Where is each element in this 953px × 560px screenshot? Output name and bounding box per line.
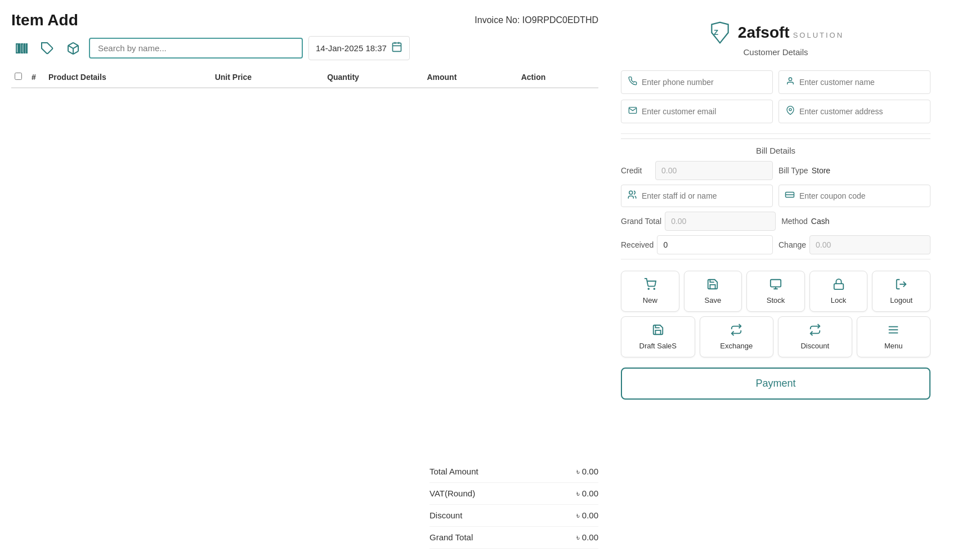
stock-label: Stock: [767, 296, 785, 304]
draft-sales-button[interactable]: Draft SaleS: [621, 316, 695, 357]
received-label: Received: [621, 240, 654, 249]
exchange-icon: [730, 324, 742, 339]
bill-details-title: Bill Details: [621, 146, 930, 155]
method-value: Cash: [811, 217, 830, 226]
box-icon[interactable]: [63, 38, 83, 59]
save-label: Save: [705, 296, 722, 304]
svg-text:Z: Z: [714, 28, 718, 37]
method-label: Method: [781, 217, 808, 226]
lock-icon: [833, 278, 845, 293]
toolbar: 14-Jan-2025 18:37: [11, 36, 598, 60]
bill-type-value: Store: [812, 166, 830, 175]
staff-field[interactable]: [621, 185, 773, 207]
new-button[interactable]: New: [621, 271, 679, 312]
email-field[interactable]: [621, 100, 773, 123]
payment-button[interactable]: Payment: [621, 368, 930, 400]
barcode-icon[interactable]: [11, 38, 32, 59]
items-table: # Product Details Unit Price Quantity Am…: [11, 67, 598, 88]
exchange-button[interactable]: Exchange: [700, 316, 774, 357]
phone-input[interactable]: [642, 78, 766, 87]
vat-row: VAT(Round) ৳ 0.00: [429, 483, 598, 505]
customer-form: [621, 65, 930, 129]
menu-label: Menu: [884, 342, 903, 350]
discount-button[interactable]: Discount: [778, 316, 852, 357]
brand-sub: SOLUTION: [793, 31, 844, 39]
logout-button[interactable]: Logout: [872, 271, 930, 312]
person-icon: [786, 77, 795, 88]
coupon-field[interactable]: [778, 185, 930, 207]
bill-grand-total-label: Grand Total: [621, 217, 661, 226]
brand-header: Z 2afsoft SOLUTION Customer Details: [621, 20, 930, 65]
svg-rect-4: [26, 44, 27, 53]
stock-button[interactable]: Stock: [746, 271, 805, 312]
location-icon: [786, 106, 795, 117]
discount-label: Discount: [800, 342, 829, 350]
logout-label: Logout: [890, 296, 912, 304]
svg-point-14: [789, 109, 791, 111]
col-action: Action: [518, 67, 598, 88]
bill-grand-total-input[interactable]: [665, 212, 776, 231]
tag-icon[interactable]: [37, 38, 57, 59]
name-input[interactable]: [799, 78, 923, 87]
svg-rect-20: [771, 280, 781, 287]
search-input[interactable]: [89, 38, 303, 59]
brand-logo: Z: [708, 20, 732, 45]
svg-rect-0: [16, 44, 18, 53]
svg-rect-3: [24, 44, 25, 53]
new-label: New: [643, 296, 657, 304]
svg-rect-21: [834, 284, 843, 289]
save-button[interactable]: Save: [684, 271, 742, 312]
draft-sales-icon: [652, 324, 664, 339]
lock-label: Lock: [831, 296, 846, 304]
coupon-input[interactable]: [799, 191, 924, 200]
email-input[interactable]: [642, 107, 766, 116]
discount-icon: [809, 324, 821, 339]
bill-details-section: Bill Details Credit Bill Type Store: [621, 138, 930, 254]
customer-details-title: Customer Details: [743, 47, 808, 57]
action-buttons-row2: Draft SaleS Exchange: [621, 316, 930, 363]
lock-button[interactable]: Lock: [809, 271, 868, 312]
calendar-icon[interactable]: [391, 41, 402, 55]
select-all-checkbox[interactable]: [15, 73, 22, 80]
col-unit-price: Unit Price: [212, 67, 324, 88]
change-input[interactable]: [809, 235, 930, 254]
svg-point-13: [789, 78, 791, 80]
menu-button[interactable]: Menu: [857, 316, 931, 357]
total-amount-row: Total Amount ৳ 0.00: [429, 461, 598, 483]
menu-icon: [887, 324, 900, 339]
svg-rect-7: [392, 43, 401, 51]
invoice-number: Invoice No: IO9RPDC0EDTHD: [475, 15, 598, 25]
col-amount: Amount: [423, 67, 517, 88]
change-label: Change: [778, 240, 806, 249]
col-product: Product Details: [45, 67, 212, 88]
name-field[interactable]: [778, 70, 930, 94]
exchange-label: Exchange: [720, 342, 753, 350]
phone-field[interactable]: [621, 70, 773, 94]
received-input[interactable]: [657, 235, 773, 254]
col-quantity: Quantity: [324, 67, 423, 88]
received-row: Received: [621, 235, 773, 254]
email-icon: [628, 106, 637, 117]
svg-rect-1: [19, 44, 20, 53]
staff-input[interactable]: [642, 191, 767, 200]
method-row: Method Cash: [781, 212, 930, 231]
discount-row: Discount ৳ 0.00: [429, 505, 598, 527]
datetime-display: 14-Jan-2025 18:37: [308, 36, 410, 60]
bill-grand-total-row: Grand Total: [621, 212, 776, 231]
bill-type-row: Bill Type Store: [778, 161, 930, 180]
bill-type-label: Bill Type: [778, 166, 808, 175]
col-num: #: [28, 67, 45, 88]
save-icon: [706, 278, 719, 293]
page-title: Item Add: [11, 11, 78, 29]
address-input[interactable]: [799, 107, 923, 116]
grand-total-row: Grand Total ৳ 0.00: [429, 527, 598, 549]
coupon-icon: [785, 190, 795, 202]
credit-input[interactable]: [655, 161, 773, 180]
address-field[interactable]: [778, 100, 930, 123]
credit-row: Credit: [621, 161, 773, 180]
svg-point-15: [629, 191, 633, 194]
svg-rect-2: [21, 44, 23, 53]
brand-name: 2afsoft: [738, 24, 790, 42]
phone-icon: [628, 77, 637, 88]
staff-icon: [627, 190, 637, 202]
